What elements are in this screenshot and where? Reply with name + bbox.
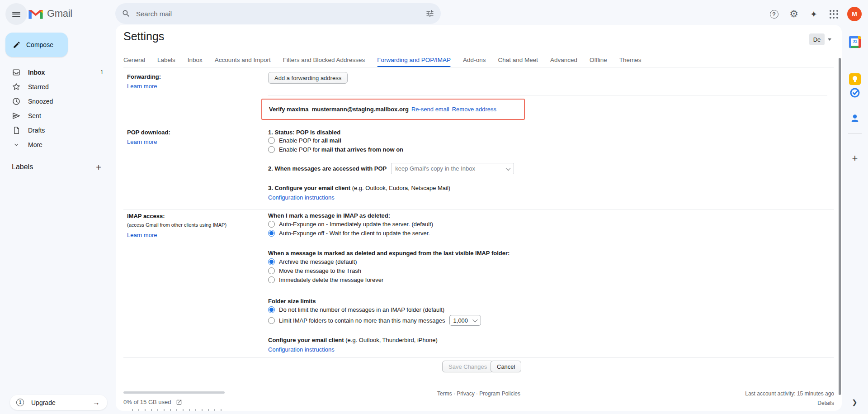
imap-option-autoexpunge-off: Auto-Expunge off - Wait for the client t… bbox=[268, 230, 430, 237]
radio-label: Limit IMAP folders to contain no more th… bbox=[279, 317, 445, 324]
sidebar-item-starred[interactable]: Starred bbox=[5, 80, 110, 94]
hamburger-menu-button[interactable] bbox=[5, 3, 27, 25]
sidebar-item-label: Snoozed bbox=[28, 98, 53, 105]
radio-label: Enable POP for mail that arrives from no… bbox=[279, 146, 403, 153]
send-icon bbox=[12, 111, 21, 120]
tab-general[interactable]: General bbox=[123, 52, 145, 67]
imap-section-sublabel: (access Gmail from other clients using I… bbox=[127, 222, 226, 228]
imap-configuration-instructions-link[interactable]: Configuration instructions bbox=[268, 346, 335, 353]
rail-divider bbox=[848, 133, 862, 134]
pop-access-row: 2. When messages are accessed with POP k… bbox=[268, 163, 514, 174]
scrollbar-thumb[interactable] bbox=[839, 58, 841, 395]
calendar-icon[interactable]: 31 bbox=[849, 36, 861, 48]
search-icon[interactable] bbox=[122, 9, 131, 18]
keep-icon[interactable] bbox=[849, 73, 861, 85]
search-input[interactable] bbox=[135, 10, 425, 18]
chevron-down-icon bbox=[12, 140, 21, 149]
tab-chat-and-meet[interactable]: Chat and Meet bbox=[498, 52, 538, 67]
input-language-button[interactable]: De bbox=[809, 33, 825, 45]
imap-learn-more-link[interactable]: Learn more bbox=[127, 232, 157, 238]
tab-themes[interactable]: Themes bbox=[619, 52, 642, 67]
settings-tabs: General Labels Inbox Accounts and Import… bbox=[123, 52, 642, 67]
gemini-button[interactable]: ✦ bbox=[804, 4, 824, 24]
contacts-icon[interactable] bbox=[849, 112, 861, 124]
tab-advanced[interactable]: Advanced bbox=[550, 52, 577, 67]
tab-accounts-and-import[interactable]: Accounts and Import bbox=[215, 52, 271, 67]
pop-learn-more-link[interactable]: Learn more bbox=[127, 138, 157, 145]
radio-button[interactable] bbox=[268, 276, 275, 283]
last-account-activity: Last account activity: 15 minutes ago bbox=[678, 390, 834, 397]
radio-label: Move the message to the Trash bbox=[279, 267, 361, 274]
pop-action-select[interactable]: keep Gmail's copy in the Inbox bbox=[391, 163, 514, 174]
page-title: Settings bbox=[123, 30, 164, 43]
sidebar-item-snoozed[interactable]: Snoozed bbox=[5, 94, 110, 109]
tab-labels[interactable]: Labels bbox=[157, 52, 175, 67]
footer-policy-links[interactable]: Terms · Privacy · Program Policies bbox=[428, 390, 530, 397]
sidebar-item-inbox[interactable]: Inbox 1 bbox=[5, 65, 110, 80]
labels-header: Labels bbox=[12, 163, 33, 171]
gear-icon: ⚙ bbox=[789, 9, 798, 19]
tab-filters-and-blocked-addresses[interactable]: Filters and Blocked Addresses bbox=[283, 52, 365, 67]
tab-forwarding-and-pop-imap[interactable]: Forwarding and POP/IMAP bbox=[377, 52, 451, 67]
help-button[interactable]: ? bbox=[764, 4, 784, 24]
imap-option-archive: Archive the message (default) bbox=[268, 258, 357, 265]
storage-usage: 0% of 15 GB used bbox=[123, 399, 182, 405]
radio-button[interactable] bbox=[268, 230, 275, 237]
sidebar-item-label: Sent bbox=[28, 112, 41, 119]
gmail-wordmark: Gmail bbox=[47, 8, 72, 19]
sidebar-item-sent[interactable]: Sent bbox=[5, 109, 110, 123]
compose-button[interactable]: Compose bbox=[5, 33, 68, 57]
verify-address-text: Verify maxima_mustermann@staging.mailbox… bbox=[269, 106, 409, 113]
verify-forwarding-box: Verify maxima_mustermann@staging.mailbox… bbox=[261, 99, 525, 120]
pop-section-label: POP download: bbox=[127, 129, 170, 136]
pop-q2-title: 2. When messages are accessed with POP bbox=[268, 165, 387, 172]
sidebar-item-more[interactable]: More bbox=[5, 138, 110, 152]
radio-button[interactable] bbox=[268, 267, 275, 274]
tasks-icon[interactable] bbox=[849, 87, 861, 99]
radio-button[interactable] bbox=[268, 317, 275, 324]
radio-label: Immediately delete the message forever bbox=[279, 276, 383, 283]
clock-icon bbox=[12, 97, 21, 106]
account-avatar[interactable]: M bbox=[847, 7, 862, 21]
remove-address-link[interactable]: Remove address bbox=[452, 106, 496, 113]
settings-gear-button[interactable]: ⚙ bbox=[784, 4, 804, 24]
upgrade-button[interactable]: 1 Upgrade → bbox=[10, 395, 107, 410]
radio-button[interactable] bbox=[268, 146, 275, 153]
imap-expunge-title: When a message is marked as deleted and … bbox=[268, 250, 509, 257]
create-label-button[interactable]: + bbox=[92, 161, 105, 174]
forwarding-learn-more-link[interactable]: Learn more bbox=[127, 83, 157, 90]
pencil-icon bbox=[13, 41, 21, 49]
radio-button[interactable] bbox=[268, 258, 275, 265]
resend-email-link[interactable]: Re-send email bbox=[411, 106, 449, 113]
collapse-panel-chevron-icon[interactable]: ❯ bbox=[852, 398, 858, 406]
radio-button[interactable] bbox=[268, 137, 275, 144]
arrow-right-icon: → bbox=[93, 399, 100, 407]
upgrade-label: Upgrade bbox=[31, 399, 56, 406]
tab-add-ons[interactable]: Add-ons bbox=[463, 52, 486, 67]
sidebar-item-drafts[interactable]: Drafts bbox=[5, 123, 110, 138]
external-link-icon[interactable] bbox=[176, 399, 182, 405]
tab-inbox[interactable]: Inbox bbox=[188, 52, 203, 67]
radio-button[interactable] bbox=[268, 221, 275, 228]
details-link[interactable]: Details bbox=[678, 400, 834, 406]
search-bar[interactable] bbox=[115, 3, 441, 24]
get-add-ons-button[interactable]: + bbox=[849, 153, 860, 164]
language-caret-icon[interactable] bbox=[828, 38, 831, 41]
cancel-button[interactable]: Cancel bbox=[491, 361, 521, 372]
pop-configuration-instructions-link[interactable]: Configuration instructions bbox=[268, 194, 335, 201]
add-forwarding-address-button[interactable]: Add a forwarding address bbox=[268, 72, 348, 84]
google-apps-button[interactable] bbox=[824, 4, 844, 24]
gmail-logo[interactable]: Gmail bbox=[28, 8, 72, 19]
radio-label: Do not limit the number of messages in a… bbox=[279, 306, 444, 313]
tabs-divider bbox=[123, 67, 834, 67]
search-options-tune-icon[interactable] bbox=[425, 9, 434, 18]
google-one-icon: 1 bbox=[16, 399, 24, 406]
save-changes-button[interactable]: Save Changes bbox=[442, 361, 493, 372]
settings-card bbox=[116, 25, 842, 411]
folder-limit-select[interactable]: 1,000 bbox=[449, 315, 481, 326]
radio-button[interactable] bbox=[268, 306, 275, 313]
tab-offline[interactable]: Offline bbox=[590, 52, 607, 67]
section-divider bbox=[123, 357, 834, 358]
star-icon bbox=[12, 82, 21, 91]
chevron-down-icon bbox=[472, 317, 477, 322]
